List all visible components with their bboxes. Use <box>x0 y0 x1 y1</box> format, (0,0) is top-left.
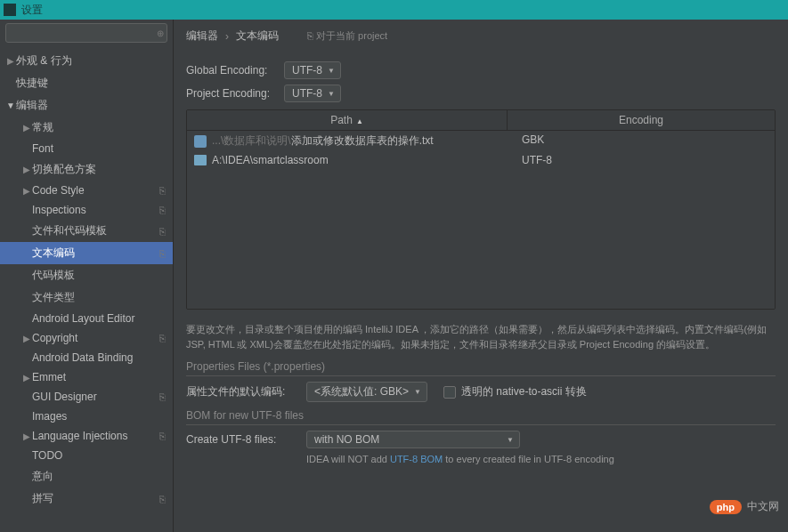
settings-tree[interactable]: ▶外观 & 行为快捷键▼编辑器▶常规Font▶切换配色方案▶Code Style… <box>0 46 173 532</box>
tree-item[interactable]: TODO <box>0 446 173 465</box>
tree-item[interactable]: ▶外观 & 行为 <box>0 50 173 72</box>
native-to-ascii-label: 透明的 native-to-ascii 转换 <box>461 384 587 399</box>
expand-icon[interactable]: ▶ <box>21 373 32 383</box>
search-container: ⊕ <box>0 20 173 46</box>
app-icon <box>4 4 16 16</box>
tree-item-label: 拼写 <box>32 491 156 506</box>
chevron-down-icon: ▼ <box>328 90 335 98</box>
path-text: A:\IDEA\smartclassroom <box>212 154 329 166</box>
expand-icon[interactable]: ▶ <box>5 56 16 66</box>
php-badge: php <box>710 500 742 514</box>
tree-item[interactable]: ▶Code Style⎘ <box>0 181 173 200</box>
file-icon <box>194 135 207 148</box>
copy-icon: ⎘ <box>159 333 166 343</box>
tree-item-label: 快捷键 <box>16 76 167 91</box>
tree-item[interactable]: 拼写⎘ <box>0 488 173 510</box>
watermark: php 中文网 <box>710 499 779 514</box>
tree-item-label: Code Style <box>32 184 156 197</box>
table-row[interactable]: ...\数据库和说明\添加或修改数据库表的操作.txtGBK <box>187 131 775 151</box>
chevron-down-icon: ▼ <box>414 388 421 396</box>
tree-item-label: 编辑器 <box>16 98 167 113</box>
expand-icon[interactable]: ▶ <box>21 186 32 196</box>
chevron-down-icon: ▼ <box>328 67 335 75</box>
tree-item[interactable]: 文件类型 <box>0 286 173 309</box>
tree-item-label: 外观 & 行为 <box>16 53 167 69</box>
copy-icon: ⎘ <box>159 248 166 259</box>
encoding-cell[interactable]: GBK <box>515 133 768 149</box>
tree-item-label: TODO <box>32 449 167 462</box>
tree-item-label: 文件类型 <box>32 290 167 305</box>
project-encoding-dropdown[interactable]: UTF-8 ▼ <box>284 85 341 102</box>
expand-icon[interactable]: ▶ <box>21 165 32 174</box>
tree-item[interactable]: ▶常规 <box>0 117 173 139</box>
column-header-encoding[interactable]: Encoding <box>508 110 775 130</box>
tree-item[interactable]: ▶Copyright⎘ <box>0 328 173 348</box>
tree-item-label: GUI Designer <box>32 391 156 403</box>
tree-item-label: 代码模板 <box>32 268 167 283</box>
expand-icon[interactable]: ▶ <box>21 431 32 441</box>
tree-item[interactable]: Inspections⎘ <box>0 200 173 220</box>
expand-icon[interactable]: ▶ <box>21 123 32 133</box>
encoding-cell[interactable]: UTF-8 <box>515 154 768 166</box>
tree-item[interactable]: ▶切换配色方案 <box>0 158 173 181</box>
tree-item[interactable]: Android Layout Editor <box>0 309 173 328</box>
search-clear-icon[interactable]: ⊕ <box>157 28 164 38</box>
tree-item-label: Language Injections <box>32 430 156 442</box>
tree-item[interactable]: ▶Language Injections⎘ <box>0 426 173 446</box>
tree-item-label: Android Data Binding <box>32 351 167 364</box>
breadcrumb-root: 编辑器 <box>186 28 218 44</box>
tree-item-label: Copyright <box>32 332 156 344</box>
create-utf8-label: Create UTF-8 files: <box>186 433 306 446</box>
settings-sidebar: ⊕ ▶外观 & 行为快捷键▼编辑器▶常规Font▶切换配色方案▶Code Sty… <box>0 20 174 532</box>
tree-item-label: 常规 <box>32 120 167 135</box>
bom-hint: IDEA will NOT add UTF-8 BOM to every cre… <box>306 454 776 464</box>
tree-item[interactable]: 意向 <box>0 465 173 488</box>
tree-item-label: 意向 <box>32 469 167 484</box>
copy-icon: ⎘ <box>159 494 166 504</box>
global-encoding-dropdown[interactable]: UTF-8 ▼ <box>284 61 341 79</box>
help-text: 要更改文件，目录或整个项目使用的编码 IntelliJ IDEA ，添加它的路径… <box>186 322 776 351</box>
window-title: 设置 <box>21 3 43 18</box>
create-utf8-dropdown[interactable]: with NO BOM ▼ <box>306 431 520 448</box>
copy-icon: ⎘ <box>159 205 166 215</box>
copy-icon: ⎘ <box>159 226 166 237</box>
tree-item[interactable]: 快捷键 <box>0 72 173 94</box>
tree-item[interactable]: 文件和代码模板⎘ <box>0 220 173 242</box>
tree-item[interactable]: ▼编辑器 <box>0 94 173 117</box>
tree-item[interactable]: ▶Emmet <box>0 367 173 387</box>
bom-section-header: BOM for new UTF-8 files <box>186 409 776 425</box>
titlebar: 设置 <box>0 0 788 20</box>
folder-icon <box>194 155 207 165</box>
table-row[interactable]: A:\IDEA\smartclassroomUTF-8 <box>187 151 775 169</box>
properties-section-header: Properties Files (*.properties) <box>186 360 776 376</box>
chevron-right-icon: › <box>225 30 229 43</box>
copy-icon: ⎘ <box>159 431 166 441</box>
tree-item-label: Font <box>32 142 167 155</box>
tree-item-label: 文本编码 <box>32 246 156 261</box>
properties-default-encoding-label: 属性文件的默认编码: <box>186 384 306 399</box>
native-to-ascii-checkbox[interactable] <box>443 386 456 399</box>
tree-item-label: 文件和代码模板 <box>32 223 156 238</box>
tree-item[interactable]: Images <box>0 407 173 426</box>
tree-item-label: Images <box>32 410 167 423</box>
column-header-path[interactable]: Path▲ <box>187 110 508 130</box>
content-panel: 编辑器 › 文本编码 ⎘ 对于当前 project Global Encodin… <box>174 20 788 532</box>
copy-icon: ⎘ <box>159 185 166 196</box>
utf8-bom-link[interactable]: UTF-8 BOM <box>390 454 443 464</box>
expand-icon[interactable]: ▼ <box>5 101 16 110</box>
chevron-down-icon: ▼ <box>507 436 514 444</box>
encoding-table: Path▲ Encoding ...\数据库和说明\添加或修改数据库表的操作.t… <box>186 109 776 310</box>
breadcrumb: 编辑器 › 文本编码 ⎘ 对于当前 project <box>174 20 788 52</box>
tree-item-label: 切换配色方案 <box>32 162 167 177</box>
tree-item-label: Emmet <box>32 371 167 383</box>
tree-item[interactable]: GUI Designer⎘ <box>0 387 173 407</box>
project-encoding-label: Project Encoding: <box>186 87 284 100</box>
search-input[interactable] <box>5 23 167 43</box>
path-text: ...\数据库和说明\添加或修改数据库表的操作.txt <box>212 133 434 149</box>
tree-item[interactable]: 代码模板 <box>0 264 173 286</box>
tree-item[interactable]: Font <box>0 139 173 158</box>
tree-item[interactable]: 文本编码⎘ <box>0 242 173 264</box>
tree-item[interactable]: Android Data Binding <box>0 348 173 367</box>
expand-icon[interactable]: ▶ <box>21 334 32 343</box>
properties-encoding-dropdown[interactable]: <系统默认值: GBK> ▼ <box>306 382 427 402</box>
